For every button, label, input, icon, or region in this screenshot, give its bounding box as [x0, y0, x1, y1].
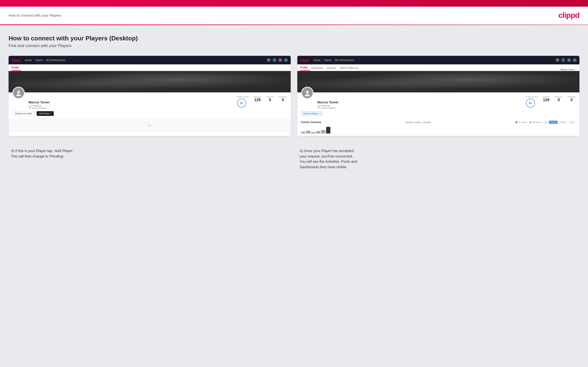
right-nav-home[interactable]: Home: [313, 59, 320, 61]
svg-point-1: [16, 94, 21, 96]
tab-profile-right[interactable]: Profile: [300, 66, 310, 71]
right-profile-banner: [297, 71, 579, 92]
left-player-location: 📍 United Kingdom: [28, 107, 50, 109]
left-player-handicap: 1-5 Handicap: [28, 105, 50, 107]
right-stat-activities: Activities 129: [542, 96, 550, 102]
descriptions-row: 3) If this is your Player tap, 'Add Play…: [9, 143, 579, 172]
right-player-handicap: 1-5 Handicap: [317, 105, 338, 107]
svg-point-0: [17, 91, 20, 94]
left-stat-followers: Followers 0: [266, 96, 274, 102]
off-course-legend-dot: [529, 121, 531, 123]
screenshot-left: clippd Home Teams My Performance 🔍 👤 ⚙ 🌐…: [9, 56, 291, 136]
desc-left-text: 3) If this is your Player tap, 'Add Play…: [11, 148, 288, 159]
chart-bar-2: [306, 131, 311, 133]
chart-bar-4: [316, 131, 320, 133]
right-profile-info: Marcus Turner 1-5 Handicap 📍 United King…: [317, 96, 576, 109]
left-stat-following: Following 0: [279, 96, 287, 102]
right-user-icon[interactable]: 👤: [561, 58, 565, 62]
banner-bg-left: [9, 71, 291, 92]
left-stat-activities: Activities 129: [254, 96, 261, 102]
top-bar: [0, 0, 588, 7]
left-quality-block: Player Quality 92: [237, 96, 249, 108]
right-profile-section: Marcus Turner 1-5 Handicap 📍 United King…: [297, 92, 579, 118]
left-avatar: [12, 87, 25, 99]
right-nav-teams[interactable]: Teams: [324, 59, 332, 61]
left-nav-teams[interactable]: Teams: [35, 59, 43, 61]
search-icon[interactable]: 🔍: [267, 58, 271, 62]
tab-profile-left[interactable]: Profile: [11, 66, 21, 71]
page-subtitle: Find and connect with your Players: [9, 43, 579, 48]
left-stats-area: Player Quality 92 Activities 129 Followe…: [237, 96, 287, 108]
on-course-legend-dot: [515, 121, 517, 123]
period-6mths-button[interactable]: 6 mths: [549, 121, 558, 124]
screenshots-row: clippd Home Teams My Performance 🔍 👤 ⚙ 🌐…: [9, 56, 579, 136]
remove-x-icon: ✕: [319, 112, 321, 115]
settings-icon[interactable]: ⚙: [278, 58, 282, 62]
globe-icon[interactable]: 🌐: [284, 58, 288, 62]
on-course-legend-label: On course: [518, 121, 527, 123]
remove-player-button[interactable]: Remove Player ✕: [301, 111, 323, 116]
left-profile-banner: [9, 71, 291, 92]
left-nav-icons: 🔍 👤 ⚙ 🌐: [267, 58, 288, 62]
right-player-name: Marcus Turner: [317, 100, 338, 104]
breadcrumb: How to connect with your Players: [9, 13, 61, 17]
right-player-location: 📍 United Kingdom: [317, 107, 338, 109]
period-1yr-button[interactable]: 1 yr: [542, 121, 548, 124]
page-header: How to connect with your Players clippd: [0, 7, 588, 25]
chart-bar-6: [326, 127, 330, 133]
dropdown-caret-icon: ▼: [575, 69, 577, 71]
activity-period: Monthly Activity · 6 Months: [406, 121, 431, 124]
right-nav-myperformance[interactable]: My Performance: [335, 59, 354, 61]
left-nav-home[interactable]: Home: [25, 59, 32, 61]
period-3mths-button[interactable]: 3 mths: [559, 121, 567, 124]
tab-dashboard[interactable]: Dashboard: [311, 67, 325, 71]
left-avatar-wrapper: [12, 87, 25, 99]
add-player-button[interactable]: Add Player +: [37, 111, 54, 116]
desc-left: 3) If this is your Player tap, 'Add Play…: [9, 143, 291, 172]
activity-header: Activity Summary Monthly Activity · 6 Mo…: [301, 121, 576, 124]
right-avatar: [301, 87, 313, 99]
left-profile-section: Marcus Turner 1-5 Handicap 📍 United King…: [9, 92, 291, 118]
screenshot-right: clippd Home Teams My Performance 🔍 👤 ⚙ 🌐…: [297, 56, 579, 136]
user-icon[interactable]: 👤: [273, 58, 277, 62]
left-quality-circle: 92: [237, 99, 246, 108]
marcus-turner-dropdown[interactable]: Marcus Turner ▼: [560, 68, 577, 71]
right-location-pin-icon: 📍: [317, 107, 320, 109]
chart-bar-3: [311, 132, 315, 133]
request-to-follow-button[interactable]: Request to Follow: [12, 111, 35, 116]
left-tab-bar: Profile: [9, 64, 291, 71]
left-profile-info: Marcus Turner 1-5 Handicap 📍 United King…: [28, 96, 287, 109]
left-nav-myperformance[interactable]: My Performance: [46, 59, 65, 61]
right-globe-icon[interactable]: 🌐: [573, 58, 577, 62]
left-player-details: Marcus Turner 1-5 Handicap 📍 United King…: [28, 96, 50, 109]
right-stat-followers: Followers 0: [555, 96, 563, 102]
period-1mth-button[interactable]: 1 mth: [568, 121, 576, 124]
right-nav-icons: 🔍 👤 ⚙ 🌐: [556, 58, 577, 62]
right-stats-area: Player Quality 92 Activities 129 Followe…: [526, 96, 576, 108]
right-action-area: Remove Player ✕: [301, 109, 576, 116]
svg-point-2: [306, 91, 309, 94]
scissors-icon: ✂: [148, 123, 152, 128]
activity-summary: Activity Summary Monthly Activity · 6 Mo…: [297, 118, 579, 136]
activity-chart: [301, 125, 576, 133]
location-pin-icon: 📍: [28, 107, 31, 109]
plus-icon: +: [50, 112, 51, 115]
tab-what-to-work-on[interactable]: What To Work On: [340, 67, 361, 71]
right-settings-icon[interactable]: ⚙: [567, 58, 571, 62]
right-search-icon[interactable]: 🔍: [556, 58, 560, 62]
left-card-bottom: ✂: [9, 118, 291, 133]
page-title: How to connect with your Players (Deskto…: [9, 35, 579, 42]
left-nav-logo: clippd: [11, 58, 20, 62]
right-quality-circle: 92: [526, 99, 535, 108]
right-stat-following: Following 0: [568, 96, 576, 102]
right-nav-logo: clippd: [300, 58, 309, 62]
right-avatar-wrapper: [301, 87, 313, 99]
desc-right-text: 4) Once your Player has acceptedyour req…: [300, 148, 577, 170]
left-action-buttons: Request to Follow Add Player +: [12, 111, 287, 116]
right-tab-bar: Profile Dashboard Activities What To Wor…: [297, 64, 579, 71]
chart-bar-5: [321, 130, 325, 133]
left-player-name: Marcus Turner: [28, 100, 50, 104]
tab-activities[interactable]: Activities: [327, 67, 338, 71]
activity-controls: On course Off course 1 yr 6 mths 3 mths …: [515, 121, 576, 124]
activity-title: Activity Summary: [301, 121, 321, 124]
